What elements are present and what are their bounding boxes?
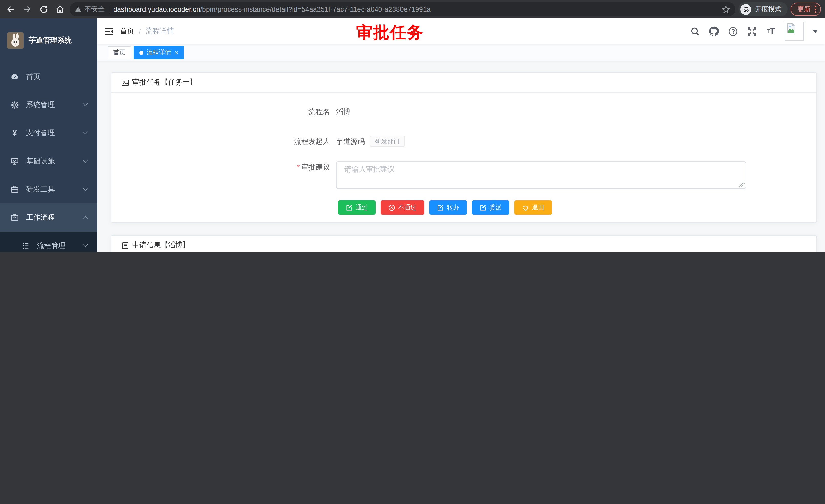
sidebar-item-label: 流程管理 — [37, 241, 66, 250]
document-icon — [122, 242, 129, 249]
app-logo — [7, 32, 23, 49]
page-content: 审批任务【任务一】 流程名 滔博 流程发起人 芋道源码 研发部门 — [97, 62, 825, 252]
sidebar-item-label: 基础设施 — [26, 157, 55, 166]
sidebar-item-home[interactable]: 首页 — [0, 63, 97, 91]
sidebar: 芋道管理系统 首页 系统管理 ¥ 支付管理 — [0, 18, 97, 252]
monitor-icon — [10, 157, 19, 165]
tab-process-detail[interactable]: 流程详情 × — [134, 46, 184, 59]
initiator-label: 流程发起人 — [122, 136, 336, 147]
breadcrumb-current: 流程详情 — [146, 27, 174, 36]
breadcrumb: 首页 / 流程详情 — [120, 27, 174, 36]
edit-icon — [346, 204, 353, 211]
font-size-icon[interactable]: TT — [765, 26, 776, 36]
delegate-button[interactable]: 委派 — [472, 200, 509, 215]
sidebar-item-infra[interactable]: 基础设施 — [0, 147, 97, 175]
sidebar-item-system[interactable]: 系统管理 — [0, 91, 97, 119]
chevron-up-icon — [83, 216, 88, 221]
sidebar-item-process-mgmt[interactable]: 流程管理 — [0, 232, 97, 252]
reject-button[interactable]: 不通过 — [381, 200, 424, 215]
url-path: /bpm/process-instance/detail?id=54aa251f… — [200, 5, 431, 13]
browser-toolbar: 不安全 dashboard.yudao.iocoder.cn/bpm/proce… — [0, 0, 825, 18]
process-name-value: 滔博 — [336, 106, 351, 117]
screen: 不安全 dashboard.yudao.iocoder.cn/bpm/proce… — [0, 0, 825, 252]
collapse-sidebar-icon[interactable] — [97, 18, 120, 44]
tags-view: 首页 流程详情 × — [97, 44, 825, 62]
warning-triangle-icon — [75, 6, 81, 12]
tab-label: 首页 — [113, 48, 126, 57]
apply-info-card: 申请信息【滔博】 *单行文本 *多选框组 — [111, 235, 817, 252]
tree-list-icon — [21, 241, 30, 250]
chevron-down-icon — [83, 101, 88, 106]
transfer-button[interactable]: 转办 — [430, 200, 467, 215]
url-bar[interactable]: 不安全 dashboard.yudao.iocoder.cn/bpm/proce… — [70, 2, 735, 16]
initiator-value: 芋道源码 — [336, 136, 365, 147]
incognito-badge: 无痕模式 — [738, 2, 788, 16]
card-title: 申请信息【滔博】 — [132, 241, 190, 250]
active-dot-icon — [139, 51, 144, 55]
reload-icon[interactable] — [37, 3, 50, 16]
chrome-menu-icon[interactable] — [815, 6, 816, 13]
picture-icon — [122, 79, 129, 86]
sidebar-item-label: 工作流程 — [26, 213, 55, 222]
update-label: 更新 — [797, 5, 811, 14]
incognito-icon — [740, 4, 751, 15]
card-header: 申请信息【滔博】 — [111, 236, 816, 252]
annotation-text: 审批任务 — [356, 21, 424, 44]
top-navbar: 首页 / 流程详情 审批任务 — [97, 18, 825, 44]
approve-task-card: 审批任务【任务一】 流程名 滔博 流程发起人 芋道源码 研发部门 — [111, 72, 817, 223]
opinion-textarea[interactable] — [336, 161, 746, 189]
briefcase-icon — [10, 213, 19, 222]
bookmark-star-icon[interactable] — [722, 5, 730, 14]
close-tab-icon[interactable]: × — [175, 49, 178, 56]
yen-icon: ¥ — [10, 129, 19, 137]
help-icon[interactable] — [728, 26, 738, 36]
forward-icon[interactable] — [20, 3, 34, 16]
card-title: 审批任务【任务一】 — [132, 78, 197, 87]
circle-close-icon — [388, 204, 395, 211]
sidebar-item-devtools[interactable]: 研发工具 — [0, 175, 97, 203]
chevron-down-icon — [83, 129, 88, 134]
avatar[interactable] — [784, 21, 804, 41]
required-asterisk: * — [297, 163, 300, 171]
card-header: 审批任务【任务一】 — [111, 73, 816, 93]
undo-icon — [522, 204, 529, 211]
github-icon[interactable] — [709, 26, 719, 36]
chevron-down-icon — [83, 242, 88, 247]
dept-tag: 研发部门 — [370, 136, 405, 147]
resize-handle-icon[interactable] — [739, 182, 745, 187]
search-icon[interactable] — [690, 26, 700, 36]
tab-label: 流程详情 — [147, 48, 171, 57]
breadcrumb-separator: / — [139, 27, 141, 35]
sidebar-item-label: 首页 — [26, 72, 41, 81]
gear-icon — [10, 100, 19, 109]
breadcrumb-home[interactable]: 首页 — [120, 27, 134, 36]
omnibox-divider — [108, 6, 109, 13]
process-name-label: 流程名 — [122, 106, 336, 117]
workflow-submenu: 流程管理 任务管理 我的流程 — [0, 232, 97, 252]
chevron-down-icon — [83, 157, 88, 162]
edit-icon — [437, 204, 444, 211]
security-label: 不安全 — [85, 5, 104, 14]
return-button[interactable]: 退回 — [515, 200, 552, 215]
edit-icon — [479, 204, 486, 211]
sidebar-item-payment[interactable]: ¥ 支付管理 — [0, 119, 97, 147]
opinion-label: *审批建议 — [122, 161, 336, 173]
sidebar-item-workflow[interactable]: 工作流程 — [0, 203, 97, 232]
tab-home[interactable]: 首页 — [107, 46, 131, 59]
url-text[interactable]: dashboard.yudao.iocoder.cn/bpm/process-i… — [113, 5, 718, 13]
dashboard-icon — [10, 72, 19, 81]
security-warning[interactable]: 不安全 — [75, 5, 104, 14]
fullscreen-icon[interactable] — [747, 26, 757, 36]
broken-image-icon — [786, 23, 796, 33]
home-icon[interactable] — [53, 3, 67, 16]
sidebar-item-label: 研发工具 — [26, 185, 55, 194]
back-icon[interactable] — [4, 3, 17, 16]
toolbox-icon — [10, 185, 19, 194]
chevron-down-icon — [83, 185, 88, 190]
app-title: 芋道管理系统 — [29, 36, 72, 45]
user-menu-caret-icon[interactable] — [813, 30, 818, 33]
incognito-label: 无痕模式 — [755, 5, 781, 14]
app-logo-row[interactable]: 芋道管理系统 — [0, 18, 97, 63]
approve-button[interactable]: 通过 — [338, 200, 376, 215]
chrome-update-button[interactable]: 更新 — [791, 3, 821, 16]
